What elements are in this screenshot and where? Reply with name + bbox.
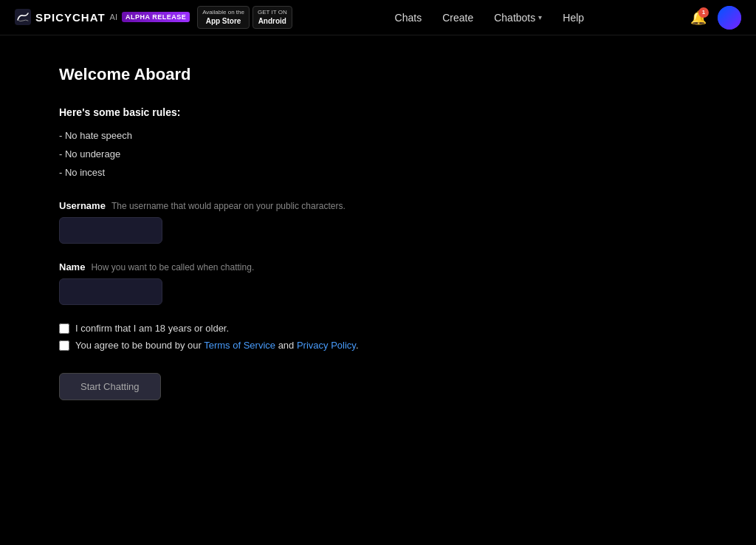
- apple-store-badge[interactable]: Available on the App Store: [197, 6, 250, 29]
- page-title: Welcome Aboard: [59, 65, 458, 84]
- tos-row: You agree to be bound by our Terms of Se…: [59, 340, 458, 351]
- age-confirmation-row[interactable]: I confirm that I am 18 years or older.: [59, 323, 458, 334]
- app-store-badges: Available on the App Store GET IT ON And…: [197, 6, 292, 29]
- name-label-row: Name How you want to be called when chat…: [59, 261, 458, 272]
- notification-bell[interactable]: 🔔 1: [687, 6, 710, 30]
- username-input[interactable]: [59, 217, 162, 244]
- username-field-group: Username The username that would appear …: [59, 200, 458, 244]
- nav-create[interactable]: Create: [442, 12, 473, 24]
- username-hint: The username that would appear on your p…: [111, 201, 346, 211]
- rule-item-2: - No underage: [59, 148, 458, 160]
- logo[interactable]: SPICYCHAT AI ALPHA RELEASE: [15, 9, 190, 25]
- name-hint: How you want to be called when chatting.: [91, 262, 254, 272]
- logo-ai-label: AI: [110, 13, 117, 21]
- tos-suffix: .: [356, 340, 359, 351]
- tos-middle: and: [275, 340, 297, 351]
- avatar-inner: [718, 6, 741, 30]
- username-label-row: Username The username that would appear …: [59, 200, 458, 211]
- rule-item-1: - No hate speech: [59, 130, 458, 141]
- rule-item-3: - No incest: [59, 167, 458, 178]
- avatar[interactable]: [718, 6, 741, 30]
- site-header: SPICYCHAT AI ALPHA RELEASE Available on …: [0, 0, 756, 35]
- checkbox-group: I confirm that I am 18 years or older. Y…: [59, 323, 458, 351]
- nav-chatbots-dropdown[interactable]: Chatbots ▾: [494, 12, 542, 24]
- rules-heading: Here's some basic rules:: [59, 106, 458, 118]
- notification-count: 1: [698, 7, 709, 18]
- rules-list: - No hate speech - No underage - No ince…: [59, 130, 458, 178]
- name-field-group: Name How you want to be called when chat…: [59, 261, 458, 305]
- android-store-sub: GET IT ON: [258, 9, 287, 16]
- svg-rect-0: [15, 9, 31, 25]
- tos-text: You agree to be bound by our Terms of Se…: [75, 340, 359, 351]
- main-content: Welcome Aboard Here's some basic rules: …: [0, 35, 517, 430]
- name-input[interactable]: [59, 278, 162, 305]
- tos-prefix: You agree to be bound by our: [75, 340, 204, 351]
- username-label: Username: [59, 200, 106, 211]
- age-confirmation-label: I confirm that I am 18 years or older.: [75, 323, 229, 334]
- start-chatting-button[interactable]: Start Chatting: [59, 373, 161, 400]
- logo-text: SPICYCHAT: [35, 11, 106, 24]
- tos-link[interactable]: Terms of Service: [204, 340, 275, 351]
- header-left: SPICYCHAT AI ALPHA RELEASE Available on …: [15, 6, 292, 29]
- nav-chatbots-label: Chatbots: [494, 12, 535, 24]
- privacy-policy-link[interactable]: Privacy Policy: [297, 340, 356, 351]
- nav-help[interactable]: Help: [563, 12, 584, 24]
- age-checkbox[interactable]: [59, 323, 69, 334]
- android-store-main: Android: [258, 16, 286, 26]
- apple-store-main: App Store: [206, 16, 241, 26]
- name-label: Name: [59, 261, 85, 272]
- tos-checkbox[interactable]: [59, 340, 69, 351]
- apple-store-sub: Available on the: [202, 9, 244, 16]
- main-nav: Chats Create Chatbots ▾ Help: [395, 12, 584, 24]
- chevron-down-icon: ▾: [538, 13, 542, 21]
- spicychat-logo-icon: [15, 9, 31, 25]
- nav-chats[interactable]: Chats: [395, 12, 422, 24]
- alpha-badge: ALPHA RELEASE: [122, 12, 190, 22]
- android-store-badge[interactable]: GET IT ON Android: [252, 6, 292, 29]
- header-right: 🔔 1: [687, 6, 741, 30]
